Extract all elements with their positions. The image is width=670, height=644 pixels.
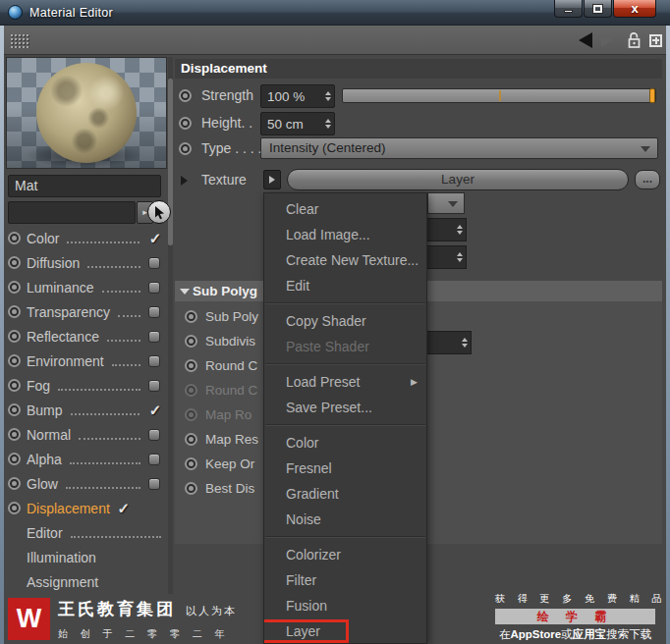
channel-checkbox[interactable] — [148, 257, 160, 269]
menu-item-edit[interactable]: Edit — [264, 273, 426, 298]
menu-item-colorizer[interactable]: Colorizer — [264, 542, 426, 567]
menu-item-layer[interactable]: Layer — [264, 618, 426, 644]
channel-radio[interactable] — [8, 305, 21, 318]
menu-item-gradient[interactable]: Gradient — [264, 481, 426, 507]
subpoly-radio[interactable] — [185, 433, 197, 446]
menu-item-clear[interactable]: Clear — [264, 196, 426, 222]
maximize-button[interactable] — [584, 0, 612, 18]
pick-cursor-icon[interactable] — [147, 200, 171, 224]
channel-checkbox[interactable] — [148, 331, 160, 343]
texture-menu-button[interactable] — [263, 170, 281, 189]
channel-row-bump[interactable]: Bump✓ — [8, 398, 163, 422]
channel-row-transparency[interactable]: Transparency — [8, 299, 163, 324]
type-radio[interactable] — [179, 142, 192, 155]
channel-checkbox-checked[interactable]: ✓ — [116, 500, 132, 517]
subpoly-radio[interactable] — [185, 482, 197, 495]
watermark-right: 获 得 更 多 免 费 精 品 教 程 绘 学 霸 在AppStore或应用宝搜… — [495, 592, 655, 642]
menu-item-color[interactable]: Color — [264, 430, 426, 456]
channel-radio[interactable] — [8, 502, 21, 514]
subpoly-radio[interactable] — [185, 359, 197, 372]
strength-stepper[interactable] — [325, 91, 331, 101]
texture-shader-button[interactable]: Layer — [287, 169, 629, 190]
strength-input[interactable]: 100 % — [260, 84, 335, 108]
channel-row-glow[interactable]: Glow — [8, 471, 163, 496]
add-icon[interactable] — [649, 34, 662, 47]
hidden-stepper-stub[interactable] — [426, 331, 472, 354]
channel-radio[interactable] — [8, 330, 21, 343]
channel-row-alpha[interactable]: Alpha — [8, 447, 163, 471]
channel-row-normal[interactable]: Normal — [8, 422, 163, 447]
texture-expander-icon[interactable] — [181, 176, 188, 186]
height-input[interactable]: 50 cm — [260, 112, 335, 135]
height-radio[interactable] — [179, 117, 192, 130]
channel-checkbox[interactable] — [148, 282, 160, 294]
channel-row-color[interactable]: Color✓ — [8, 226, 163, 250]
channel-radio[interactable] — [8, 379, 21, 392]
channel-radio[interactable] — [8, 428, 21, 441]
channel-radio[interactable] — [8, 281, 21, 294]
strength-radio[interactable] — [179, 89, 192, 102]
back-arrow-icon[interactable] — [579, 32, 592, 48]
channel-row-reflectance[interactable]: Reflectance — [8, 324, 163, 349]
channel-radio[interactable] — [8, 232, 21, 244]
channel-checkbox-checked[interactable]: ✓ — [147, 230, 163, 247]
subpoly-radio[interactable] — [185, 457, 197, 470]
channel-radio[interactable] — [8, 354, 21, 367]
titlebar[interactable]: Material Editor x — [0, 0, 670, 26]
channel-row-luminance[interactable]: Luminance — [8, 275, 163, 299]
subpoly-radio[interactable] — [185, 408, 197, 421]
subpoly-radio[interactable] — [185, 335, 197, 348]
menu-item-save-preset[interactable]: Save Preset... — [264, 395, 426, 420]
panel-scrollbar[interactable] — [168, 57, 173, 594]
menu-item-create-new-texture[interactable]: Create New Texture... — [264, 247, 426, 273]
preview-layer-select[interactable] — [8, 201, 136, 224]
menu-item-load-preset[interactable]: Load Preset▶ — [264, 369, 426, 395]
subpoly-radio[interactable] — [185, 310, 197, 323]
menu-item-load-image[interactable]: Load Image... — [264, 222, 426, 247]
menu-item-copy-shader[interactable]: Copy Shader — [264, 308, 426, 334]
close-button[interactable]: x — [613, 0, 656, 18]
submenu-arrow-icon: ▶ — [411, 369, 418, 395]
hidden-dropdown-stub[interactable] — [427, 192, 465, 214]
subpoly-radio[interactable] — [185, 384, 197, 397]
channel-row-diffusion[interactable]: Diffusion — [8, 250, 163, 275]
channel-row-editor[interactable]: Editor — [8, 520, 163, 545]
channel-radio[interactable] — [8, 477, 21, 490]
maximize-icon — [593, 5, 602, 13]
material-preview[interactable] — [6, 57, 167, 169]
menu-item-filter[interactable]: Filter — [264, 567, 426, 593]
channel-row-assignment[interactable]: Assignment — [8, 569, 163, 594]
hidden-stepper-stub[interactable] — [426, 245, 467, 269]
hidden-stepper-stub[interactable] — [426, 218, 467, 242]
drag-grip[interactable] — [10, 33, 29, 48]
channel-radio[interactable] — [8, 403, 21, 416]
channel-row-fog[interactable]: Fog — [8, 373, 163, 398]
type-dropdown[interactable]: Intensity (Centered) — [260, 137, 658, 159]
channel-checkbox[interactable] — [148, 355, 160, 367]
channel-row-displacement[interactable]: Displacement✓ — [8, 496, 163, 520]
channel-label: Illumination — [27, 550, 96, 565]
channel-checkbox[interactable] — [148, 306, 160, 318]
strength-slider[interactable] — [342, 88, 656, 103]
strength-slider-handle[interactable] — [649, 88, 655, 103]
height-label: Height. . — [201, 115, 252, 131]
channel-checkbox[interactable] — [148, 429, 160, 441]
height-stepper[interactable] — [325, 119, 331, 129]
channel-radio[interactable] — [8, 453, 21, 465]
menu-item-fusion[interactable]: Fusion — [264, 593, 426, 618]
channel-row-environment[interactable]: Environment — [8, 349, 163, 373]
channel-checkbox[interactable] — [148, 380, 160, 392]
panel-scrollbar-thumb[interactable] — [168, 79, 173, 245]
minimize-button[interactable] — [554, 0, 583, 18]
channel-row-illumination[interactable]: Illumination — [8, 545, 163, 569]
menu-item-fresnel[interactable]: Fresnel — [264, 456, 426, 481]
menu-item-noise[interactable]: Noise — [264, 507, 426, 532]
channel-checkbox-checked[interactable]: ✓ — [147, 402, 163, 419]
channel-radio[interactable] — [8, 256, 21, 269]
texture-browse-button[interactable]: ... — [635, 170, 660, 189]
channel-checkbox[interactable] — [148, 454, 160, 465]
lock-icon[interactable] — [628, 32, 641, 48]
material-name-field[interactable]: Mat — [8, 175, 161, 197]
channel-checkbox[interactable] — [148, 478, 160, 490]
channel-label: Transparency — [27, 304, 110, 320]
